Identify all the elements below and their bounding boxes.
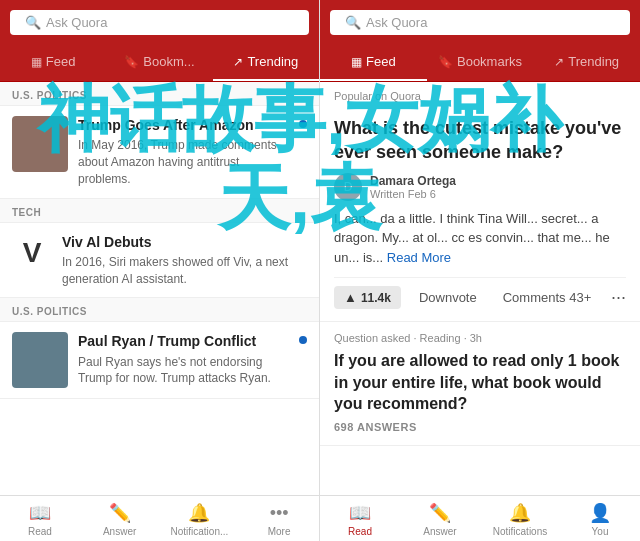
right-tab-bookmarks[interactable]: 🔖 Bookmarks xyxy=(427,44,534,81)
right-notification-icon: 🔔 xyxy=(509,502,531,524)
right-read-icon: 📖 xyxy=(349,502,371,524)
news-item-viv[interactable]: V Viv Al Debuts In 2016, Siri makers sho… xyxy=(0,223,319,299)
left-tab-feed[interactable]: ▦ Feed xyxy=(0,44,106,81)
news-desc-viv: In 2016, Siri makers showed off Viv, a n… xyxy=(62,254,307,288)
news-title-amazon: Trump Goes After Amazon xyxy=(78,116,289,134)
feed-question1: What is the cutest mistake you've ever s… xyxy=(320,106,640,322)
right-search-bar: 🔍 Ask Quora xyxy=(320,0,640,44)
right-search-placeholder: Ask Quora xyxy=(366,15,427,30)
news-desc-amazon: In May 2016, Trump made comments about A… xyxy=(78,137,289,187)
v-logo-icon: V xyxy=(12,233,52,273)
news-content-ryan: Paul Ryan / Trump Conflict Paul Ryan say… xyxy=(78,332,289,387)
news-content-viv: Viv Al Debuts In 2016, Siri makers showe… xyxy=(62,233,307,288)
left-nav-notifications[interactable]: 🔔 Notification... xyxy=(160,496,240,541)
news-item-ryan[interactable]: Paul Ryan / Trump Conflict Paul Ryan say… xyxy=(0,322,319,399)
right-trending-icon: ↗ xyxy=(554,55,564,69)
news-thumb-ryan xyxy=(12,332,68,388)
author-date: Written Feb 6 xyxy=(370,188,456,200)
news-title-viv: Viv Al Debuts xyxy=(62,233,307,251)
right-nav-read[interactable]: 📖 Read xyxy=(320,496,400,541)
news-dot-ryan xyxy=(299,336,307,344)
news-title-ryan: Paul Ryan / Trump Conflict xyxy=(78,332,289,350)
author-name: Damara Ortega xyxy=(370,174,456,188)
left-tabs: ▦ Feed 🔖 Bookm... ↗ Trending xyxy=(0,44,319,82)
question1-text: What is the cutest mistake you've ever s… xyxy=(334,116,626,165)
popular-label: Popular on Quora xyxy=(320,82,640,106)
upvote-count: 11.4k xyxy=(361,291,391,305)
author-avatar: D xyxy=(334,173,362,201)
right-search-icon: 🔍 xyxy=(345,15,361,30)
question2-meta: Question asked · Reading · 3h xyxy=(334,332,626,344)
left-search-placeholder: Ask Quora xyxy=(46,15,107,30)
right-search-input-wrap[interactable]: 🔍 Ask Quora xyxy=(330,10,630,35)
question2-answers: 698 ANSWERS xyxy=(334,421,626,433)
section-label-tech: TECH xyxy=(0,199,319,223)
right-tabs: ▦ Feed 🔖 Bookmarks ↗ Trending xyxy=(320,44,640,82)
left-tab-bookmarks[interactable]: 🔖 Bookm... xyxy=(106,44,212,81)
right-you-icon: 👤 xyxy=(589,502,611,524)
right-feed-icon: ▦ xyxy=(351,55,362,69)
news-thumb-amazon xyxy=(12,116,68,172)
read-icon: 📖 xyxy=(29,502,51,524)
comments-button[interactable]: Comments 43+ xyxy=(495,286,600,309)
news-dot-amazon xyxy=(299,120,307,128)
question2-text: If you are allowed to read only 1 book i… xyxy=(334,350,626,415)
feed-question2: Question asked · Reading · 3h If you are… xyxy=(320,322,640,446)
section-label-politics1: U.S. POLITICS xyxy=(0,82,319,106)
news-content-amazon: Trump Goes After Amazon In May 2016, Tru… xyxy=(78,116,289,188)
right-bottom-nav: 📖 Read ✏️ Answer 🔔 Notifications 👤 You xyxy=(320,495,640,541)
action-row: ▲ 11.4k Downvote Comments 43+ ··· xyxy=(334,277,626,309)
bookmark-icon: 🔖 xyxy=(124,55,139,69)
right-answer-icon: ✏️ xyxy=(429,502,451,524)
downvote-button[interactable]: Downvote xyxy=(411,286,485,309)
trending-icon: ↗ xyxy=(233,55,243,69)
right-bookmark-icon: 🔖 xyxy=(438,55,453,69)
left-content: U.S. POLITICS Trump Goes After Amazon In… xyxy=(0,82,319,495)
left-search-input-wrap[interactable]: 🔍 Ask Quora xyxy=(10,10,309,35)
news-item-amazon[interactable]: Trump Goes After Amazon In May 2016, Tru… xyxy=(0,106,319,199)
right-content: Popular on Quora What is the cutest mist… xyxy=(320,82,640,495)
left-search-bar: 🔍 Ask Quora xyxy=(0,0,319,44)
notification-icon: 🔔 xyxy=(188,502,210,524)
right-tab-trending[interactable]: ↗ Trending xyxy=(533,44,640,81)
right-nav-notifications[interactable]: 🔔 Notifications xyxy=(480,496,560,541)
more-options-button[interactable]: ··· xyxy=(611,287,626,308)
upvote-icon: ▲ xyxy=(344,290,357,305)
left-nav-more[interactable]: ••• More xyxy=(239,496,319,541)
answer-preview: I, can... da a little. I think Tina Will… xyxy=(334,209,626,268)
right-nav-you[interactable]: 👤 You xyxy=(560,496,640,541)
section-label-politics2: U.S. POLITICS xyxy=(0,298,319,322)
search-icon: 🔍 xyxy=(25,15,41,30)
read-more-link[interactable]: Read More xyxy=(387,250,451,265)
left-tab-trending[interactable]: ↗ Trending xyxy=(213,44,319,81)
upvote-button[interactable]: ▲ 11.4k xyxy=(334,286,401,309)
more-icon: ••• xyxy=(270,503,289,524)
right-nav-answer[interactable]: ✏️ Answer xyxy=(400,496,480,541)
news-desc-ryan: Paul Ryan says he's not endorsing Trump … xyxy=(78,354,289,388)
left-nav-read[interactable]: 📖 Read xyxy=(0,496,80,541)
left-bottom-nav: 📖 Read ✏️ Answer 🔔 Notification... ••• M… xyxy=(0,495,319,541)
author-info: Damara Ortega Written Feb 6 xyxy=(370,174,456,200)
right-tab-feed[interactable]: ▦ Feed xyxy=(320,44,427,81)
answer-icon: ✏️ xyxy=(109,502,131,524)
feed-icon: ▦ xyxy=(31,55,42,69)
left-nav-answer[interactable]: ✏️ Answer xyxy=(80,496,160,541)
author-row: D Damara Ortega Written Feb 6 xyxy=(334,173,626,201)
